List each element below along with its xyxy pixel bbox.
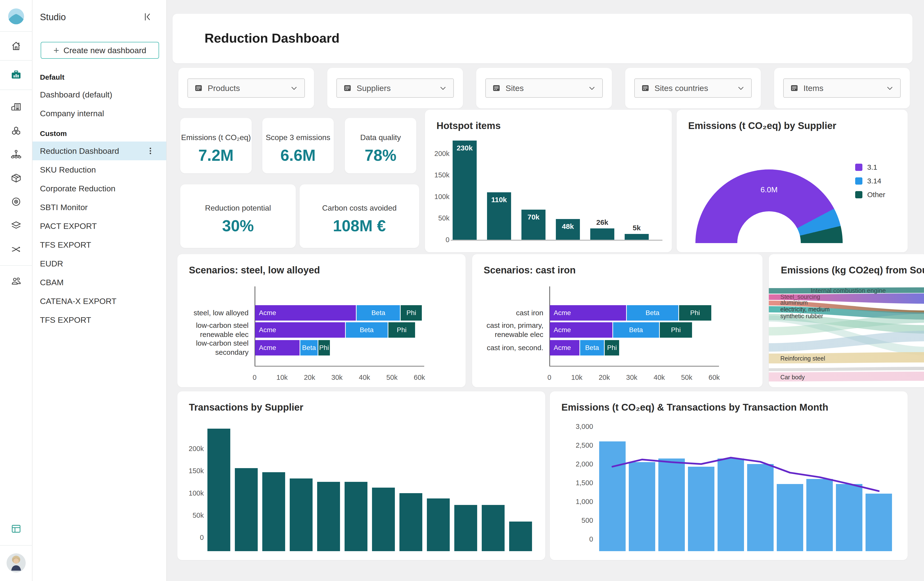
layout-grid-icon[interactable] [9,522,23,536]
y-tick-label: 100k [427,193,449,201]
hierarchy-icon[interactable] [9,147,23,162]
page-title: Reduction Dashboard [205,31,340,46]
sidebar-item-tfs-export[interactable]: TFS EXPORT [33,310,166,329]
legend-item: Other [855,191,885,199]
x-tick-label: 30k [622,373,642,381]
bar-value-label: 48k [553,223,582,231]
sankey-card: Emissions (kg CO2eq) from Source to Inte… [769,254,924,387]
package-icon[interactable] [9,171,23,185]
sidebar-item-company-internal[interactable]: Company internal [33,104,166,123]
user-avatar[interactable] [7,553,26,573]
kpi-value: 108M € [300,216,419,235]
bar-value-label: 110k [485,196,513,204]
sidebar-item-sbti-monitor[interactable]: SBTI Monitor [33,198,166,216]
bar [625,234,649,240]
bar [866,494,892,551]
sidebar-item-pact-export[interactable]: PACT EXPORT [33,216,166,235]
y-tick-label: 0 [181,533,204,541]
x-tick-label: 10k [272,373,292,381]
filter-select-items[interactable]: Items [783,78,901,98]
y-tick-label: 3,000 [564,423,593,431]
icon-rail [0,0,33,581]
sidebar-item-label: Company internal [40,109,104,118]
dashboard-icon[interactable] [9,68,23,82]
sidebar-item-label: SKU Reduction [40,165,96,175]
sidebar-item-catena-x-export[interactable]: CATENA-X EXPORT [33,292,166,310]
sidebar-item-reduction-dashboard[interactable]: Reduction Dashboard [33,142,166,160]
bar [453,140,477,240]
sidebar-item-tfs-export[interactable]: TFS EXPORT [33,235,166,254]
y-tick-label: 1,500 [564,479,593,487]
legend-item: 3.14 [855,177,881,185]
legend-swatch [855,177,862,185]
bar [372,488,395,551]
sidebar-item-cbam[interactable]: CBAM [33,273,166,292]
plus-icon: + [53,46,59,55]
chevron-down-icon [290,84,298,92]
chart-title: Transactions by Supplier [189,402,304,413]
bar-value-label: 5k [622,224,651,232]
y-tick-label: 2,000 [564,460,593,468]
home-icon[interactable] [9,39,23,53]
chart-title: Scenarios: steel, low alloyed [189,265,320,276]
sidebar-item-label: SBTI Monitor [40,203,87,212]
kpi-value: 6.6M [262,146,334,164]
title-card: Reduction Dashboard [173,14,912,63]
x-tick-label: 20k [595,373,614,381]
segment-phi: Phi [679,305,711,320]
emissions-by-supplier-card: Emissions (t CO₂eq) by Supplier 6.0M3.13… [676,110,908,252]
sidebar-item-eudr[interactable]: EUDR [33,254,166,273]
filter-select-suppliers[interactable]: Suppliers [337,78,454,98]
category-label: cast iron, primary,renewable elec [472,321,543,339]
bar [590,228,614,240]
app-root: Studio + Create new dashboard DefaultDas… [0,0,924,581]
chart-title: Scenarios: cast iron [483,265,576,276]
y-tick-label: 150k [427,171,449,179]
layers-icon[interactable] [9,218,23,233]
bar [399,493,422,551]
kpi-label: Data quality [345,133,416,142]
filter-select-sites[interactable]: Sites [485,78,603,98]
chart-title: Emissions (kg CO2eq) from Source to [781,265,924,276]
sidebar-item-dashboard-default-[interactable]: Dashboard (default) [33,85,166,104]
collapse-sidebar-icon[interactable] [142,12,153,22]
y-tick-label: 1,000 [564,498,593,506]
bar [688,467,714,551]
bar [482,505,505,551]
filter-icon [194,84,203,92]
segment-acme: Acme [550,340,579,355]
bar [747,464,774,551]
sidebar-item-corporate-reduction[interactable]: Corporate Reduction [33,179,166,198]
sankey-node-label: Reinforcing steel [780,355,825,362]
filter-select-sites-countries[interactable]: Sites countries [634,78,752,98]
shuffle-icon[interactable] [9,242,23,257]
x-axis-line [549,366,719,366]
emissions-transactions-month-card: Emissions (t CO₂eq) & Transactions by Tr… [550,391,908,560]
kpi-label: Scope 3 emissions [262,133,334,142]
filter-select-products[interactable]: Products [187,78,305,98]
hotspot-items-card: Hotspot items 050k100k150k200k230k110k70… [425,110,672,252]
bar [345,482,368,551]
category-label: cast iron [472,308,543,317]
bar [262,472,285,551]
bar-value-label: 230k [450,144,479,152]
y-tick-label: 50k [181,512,204,519]
kebab-menu-icon[interactable] [146,147,155,155]
users-icon[interactable] [9,274,23,288]
app-logo[interactable] [8,8,24,24]
sankey-node-label: Car body [780,374,805,381]
x-tick-label: 60k [410,373,429,381]
location-icon[interactable] [9,195,23,209]
segment-phi: Phi [401,305,422,320]
half-donut: 6.0M [695,170,843,243]
factory-icon[interactable] [9,99,23,114]
create-new-dashboard-button[interactable]: + Create new dashboard [41,42,159,59]
kpi-card-0: Emissions (t CO₂eq)7.2M [180,118,252,173]
bar [836,484,862,551]
segment-phi: Phi [605,340,619,355]
modules-icon[interactable] [9,124,23,138]
segment-beta: Beta [300,340,317,355]
filter-card-sites: Sites [476,68,612,108]
sidebar-item-sku-reduction[interactable]: SKU Reduction [33,160,166,179]
x-tick-label: 50k [382,373,402,381]
